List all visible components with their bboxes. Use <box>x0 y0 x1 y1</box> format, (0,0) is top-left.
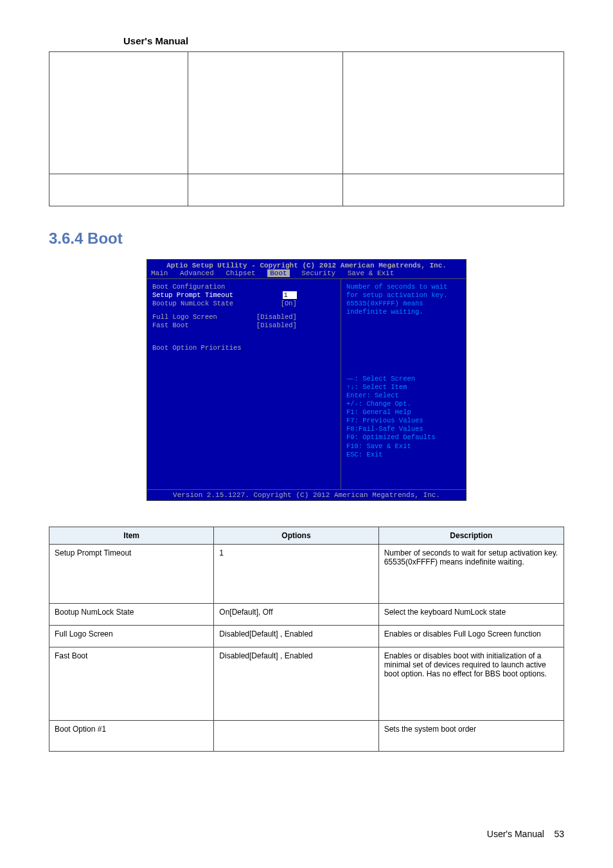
bios-row: Fast Boot [Disabled] <box>152 321 335 329</box>
page-header: User's Manual <box>0 0 613 51</box>
table-row: Bootup NumLock State On[Default], Off Se… <box>49 604 564 626</box>
cell <box>342 52 564 174</box>
bios-key: F8:Fail-Safe Values <box>346 425 461 433</box>
bios-key-legend: →←: Select Screen ↑↓: Select Item Enter:… <box>346 375 461 459</box>
bios-menu-chipset: Chipset <box>226 269 255 277</box>
bios-menu-security: Security <box>301 269 335 277</box>
bios-value-selected: 1 <box>283 291 297 299</box>
footer-page: 53 <box>554 829 564 839</box>
bios-menu-main: Main <box>151 269 168 277</box>
cell-desc: Number of seconds to wait for setup acti… <box>378 545 564 604</box>
table-row <box>49 52 564 174</box>
bios-label: Bootup NumLock State <box>152 300 233 307</box>
bios-key: →←: Select Screen <box>346 375 461 383</box>
bios-key: +/-: Change Opt. <box>346 400 461 408</box>
table-row: Setup Prompt Timeout 1 Number of seconds… <box>49 545 564 604</box>
cell-item: Bootup NumLock State <box>49 604 214 626</box>
cell-item: Boot Option #1 <box>49 721 214 752</box>
bios-value: [On] <box>281 300 297 307</box>
header-title: User's Manual <box>123 35 188 46</box>
table-row <box>49 174 564 206</box>
cell-options: Disabled[Default] , Enabled <box>214 626 378 647</box>
bios-label: Boot Configuration <box>152 283 225 291</box>
table-row: Boot Option #1 Sets the system boot orde… <box>49 721 564 752</box>
spec-table: Item Options Description Setup Prompt Ti… <box>49 527 564 752</box>
bios-label: Full Logo Screen <box>152 313 217 321</box>
bios-menu-save-exit: Save & Exit <box>348 269 395 277</box>
bios-key: F1: General Help <box>346 408 461 417</box>
cell-item: Setup Prompt Timeout <box>49 545 214 604</box>
cell <box>49 174 188 206</box>
bios-section-label: Boot Option Priorities <box>152 344 335 352</box>
cell-desc: Enables or disables Full Logo Screen fun… <box>378 626 564 647</box>
bios-screenshot: Aptio Setup Utility - Copyright (C) 2012… <box>147 259 466 501</box>
cell-options: 1 <box>214 545 378 604</box>
bios-value: [Disabled] <box>256 313 297 321</box>
table-header-row: Item Options Description <box>49 527 564 545</box>
bios-row: Full Logo Screen [Disabled] <box>152 313 335 321</box>
cell <box>188 174 342 206</box>
bios-value: [Disabled] <box>256 321 297 329</box>
col-options: Options <box>214 527 378 545</box>
bios-label: Setup Prompt Timeout <box>152 291 233 299</box>
bios-right-pane: Number of seconds to wait for setup acti… <box>341 278 466 489</box>
top-empty-table <box>49 51 564 206</box>
bios-footer: Version 2.15.1227. Copyright (C) 2012 Am… <box>147 489 466 500</box>
bios-label: Fast Boot <box>152 321 189 329</box>
cell-item: Fast Boot <box>49 647 214 721</box>
bios-row: Setup Prompt Timeout 1 <box>152 291 335 299</box>
bios-key: F9: Optimized Defaults <box>346 433 461 442</box>
bios-key: F10: Save & Exit <box>346 442 461 451</box>
bios-title: Aptio Setup Utility - Copyright (C) 2012… <box>147 260 466 269</box>
bios-key: Enter: Select <box>346 392 461 400</box>
col-item: Item <box>49 527 214 545</box>
table-row: Full Logo Screen Disabled[Default] , Ena… <box>49 626 564 647</box>
bios-left-pane: Boot Configuration Setup Prompt Timeout … <box>147 278 341 489</box>
cell <box>342 174 564 206</box>
bios-menu-bar: Main Advanced Chipset Boot Security Save… <box>147 269 466 278</box>
bios-row: Boot Configuration <box>152 283 335 291</box>
bios-key: ESC: Exit <box>346 451 461 459</box>
table-row: Fast Boot Disabled[Default] , Enabled En… <box>49 647 564 721</box>
section-heading: 3.6.4 Boot <box>49 230 564 248</box>
cell-options: On[Default], Off <box>214 604 378 626</box>
bios-row: Bootup NumLock State [On] <box>152 300 335 307</box>
content-area: 3.6.4 Boot Aptio Setup Utility - Copyrig… <box>0 51 613 752</box>
bios-menu-boot: Boot <box>267 269 289 277</box>
bios-menu-advanced: Advanced <box>180 269 214 277</box>
bios-key: F7: Previous Values <box>346 417 461 425</box>
bios-help-text: Number of seconds to wait for setup acti… <box>346 283 461 317</box>
cell <box>188 52 342 174</box>
cell-desc: Select the keyboard NumLock state <box>378 604 564 626</box>
cell-item: Full Logo Screen <box>49 626 214 647</box>
footer-label: User's Manual <box>487 829 544 839</box>
bios-key: ↑↓: Select Item <box>346 383 461 392</box>
cell <box>49 52 188 174</box>
bios-body: Boot Configuration Setup Prompt Timeout … <box>147 278 466 489</box>
cell-options <box>214 721 378 752</box>
cell-desc: Enables or disables boot with initializa… <box>378 647 564 721</box>
cell-options: Disabled[Default] , Enabled <box>214 647 378 721</box>
col-description: Description <box>378 527 564 545</box>
cell-desc: Sets the system boot order <box>378 721 564 752</box>
page-footer-text: User's Manual 53 <box>487 829 564 839</box>
